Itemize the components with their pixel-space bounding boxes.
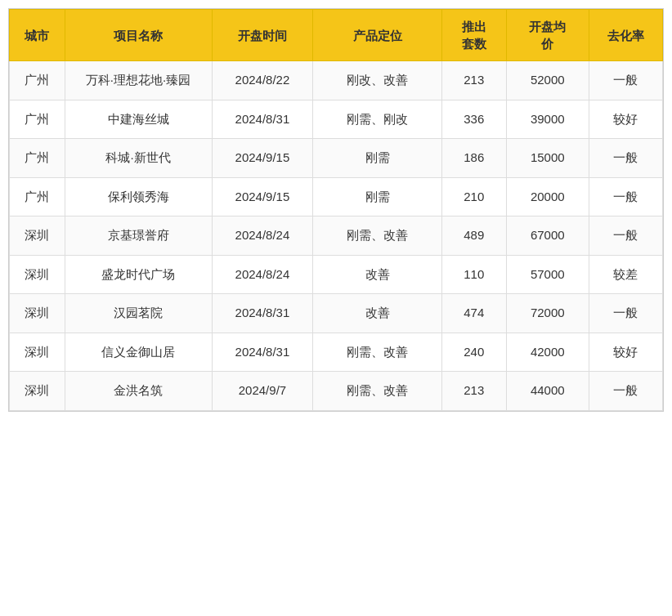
cell-count: 489 xyxy=(441,216,506,256)
cell-name: 保利领秀海 xyxy=(65,177,212,216)
cell-rate: 一般 xyxy=(589,61,662,100)
cell-city: 深圳 xyxy=(10,294,65,333)
cell-date: 2024/8/31 xyxy=(212,100,313,139)
header-product: 产品定位 xyxy=(313,10,442,61)
cell-rate: 较好 xyxy=(589,333,662,372)
cell-price: 44000 xyxy=(506,372,589,411)
table-row: 广州万科·理想花地·臻园2024/8/22刚改、改善21352000一般 xyxy=(10,61,663,100)
cell-price: 15000 xyxy=(506,139,589,178)
cell-date: 2024/8/31 xyxy=(212,333,313,372)
cell-city: 广州 xyxy=(10,100,65,139)
table-row: 深圳汉园茗院2024/8/31改善47472000一般 xyxy=(10,294,663,333)
cell-count: 186 xyxy=(441,139,506,178)
cell-city: 深圳 xyxy=(10,333,65,372)
cell-price: 67000 xyxy=(506,216,589,256)
cell-product: 刚需、刚改 xyxy=(313,100,442,139)
table-row: 广州中建海丝城2024/8/31刚需、刚改33639000较好 xyxy=(10,100,663,139)
data-table: 城市 项目名称 开盘时间 产品定位 推出套数 开盘均价 去化率 广州万科·理想花… xyxy=(9,9,663,411)
cell-price: 20000 xyxy=(506,177,589,216)
cell-date: 2024/9/15 xyxy=(212,139,313,178)
table-row: 深圳盛龙时代广场2024/8/24改善11057000较差 xyxy=(10,255,663,294)
header-row: 城市 项目名称 开盘时间 产品定位 推出套数 开盘均价 去化率 xyxy=(10,10,663,61)
cell-product: 改善 xyxy=(313,255,442,294)
cell-city: 广州 xyxy=(10,177,65,216)
cell-name: 京基璟誉府 xyxy=(65,216,212,256)
cell-name: 金洪名筑 xyxy=(65,372,212,411)
cell-product: 改善 xyxy=(313,294,442,333)
cell-date: 2024/8/24 xyxy=(212,216,313,256)
cell-city: 深圳 xyxy=(10,372,65,411)
cell-product: 刚需、改善 xyxy=(313,216,442,256)
cell-date: 2024/9/15 xyxy=(212,177,313,216)
cell-product: 刚需 xyxy=(313,139,442,178)
header-count: 推出套数 xyxy=(441,10,506,61)
cell-product: 刚需 xyxy=(313,177,442,216)
cell-date: 2024/9/7 xyxy=(212,372,313,411)
cell-rate: 一般 xyxy=(589,372,662,411)
cell-count: 213 xyxy=(441,372,506,411)
cell-name: 万科·理想花地·臻园 xyxy=(65,61,212,100)
cell-count: 110 xyxy=(441,255,506,294)
table-row: 广州保利领秀海2024/9/15刚需21020000一般 xyxy=(10,177,663,216)
cell-name: 汉园茗院 xyxy=(65,294,212,333)
cell-rate: 较差 xyxy=(589,255,662,294)
table-row: 深圳金洪名筑2024/9/7刚需、改善21344000一般 xyxy=(10,372,663,411)
cell-name: 科城·新世代 xyxy=(65,139,212,178)
cell-rate: 一般 xyxy=(589,294,662,333)
table-row: 广州科城·新世代2024/9/15刚需18615000一般 xyxy=(10,139,663,178)
cell-name: 盛龙时代广场 xyxy=(65,255,212,294)
header-date: 开盘时间 xyxy=(212,10,313,61)
cell-product: 刚需、改善 xyxy=(313,333,442,372)
cell-price: 39000 xyxy=(506,100,589,139)
table-row: 深圳京基璟誉府2024/8/24刚需、改善48967000一般 xyxy=(10,216,663,256)
cell-count: 474 xyxy=(441,294,506,333)
cell-price: 72000 xyxy=(506,294,589,333)
cell-product: 刚改、改善 xyxy=(313,61,442,100)
cell-city: 广州 xyxy=(10,61,65,100)
table-body: 广州万科·理想花地·臻园2024/8/22刚改、改善21352000一般广州中建… xyxy=(10,61,663,411)
cell-count: 240 xyxy=(441,333,506,372)
cell-rate: 较好 xyxy=(589,100,662,139)
cell-city: 深圳 xyxy=(10,216,65,256)
cell-count: 336 xyxy=(441,100,506,139)
cell-rate: 一般 xyxy=(589,139,662,178)
header-name: 项目名称 xyxy=(65,10,212,61)
main-table-container: 城市 项目名称 开盘时间 产品定位 推出套数 开盘均价 去化率 广州万科·理想花… xyxy=(8,8,664,412)
cell-city: 广州 xyxy=(10,139,65,178)
header-price: 开盘均价 xyxy=(506,10,589,61)
cell-price: 57000 xyxy=(506,255,589,294)
cell-count: 213 xyxy=(441,61,506,100)
cell-rate: 一般 xyxy=(589,177,662,216)
cell-date: 2024/8/24 xyxy=(212,255,313,294)
header-rate: 去化率 xyxy=(589,10,662,61)
cell-city: 深圳 xyxy=(10,255,65,294)
cell-name: 信义金御山居 xyxy=(65,333,212,372)
cell-price: 42000 xyxy=(506,333,589,372)
cell-product: 刚需、改善 xyxy=(313,372,442,411)
cell-date: 2024/8/22 xyxy=(212,61,313,100)
cell-count: 210 xyxy=(441,177,506,216)
cell-price: 52000 xyxy=(506,61,589,100)
cell-rate: 一般 xyxy=(589,216,662,256)
cell-name: 中建海丝城 xyxy=(65,100,212,139)
header-city: 城市 xyxy=(10,10,65,61)
table-row: 深圳信义金御山居2024/8/31刚需、改善24042000较好 xyxy=(10,333,663,372)
cell-date: 2024/8/31 xyxy=(212,294,313,333)
